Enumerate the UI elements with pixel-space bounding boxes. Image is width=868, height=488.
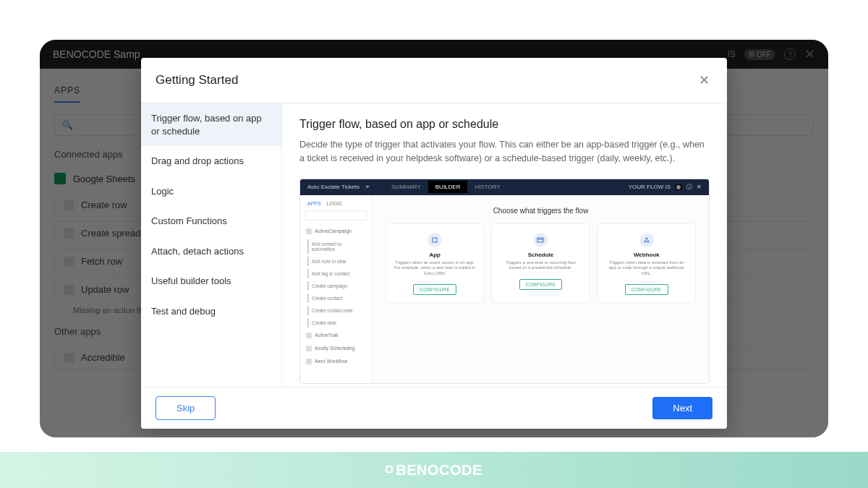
trigger-card-schedule: Schedule Triggers a one-time or recurrin…	[491, 223, 590, 303]
app-icon	[306, 346, 312, 351]
trigger-card-webhook: Webhook Triggers when data is received f…	[597, 223, 696, 303]
nav-item-trigger[interactable]: Trigger flow, based on app or schedule	[141, 103, 281, 146]
benocode-logo: BENOCODE	[386, 462, 482, 479]
configure-button[interactable]: CONFIGURE	[413, 284, 456, 295]
app-trigger-icon	[427, 233, 442, 247]
preview-action[interactable]: Add note to deal	[307, 257, 367, 266]
builder-preview: Auto Esclate Tickets SUMMARY BUILDER HIS…	[299, 179, 710, 384]
nav-item-attach[interactable]: Attach, detach actions	[141, 236, 281, 267]
svg-rect-1	[537, 238, 543, 242]
configure-button[interactable]: CONFIGURE	[625, 284, 668, 295]
schedule-trigger-icon	[533, 233, 548, 247]
nav-item-custom-functions[interactable]: Custom Functions	[141, 206, 281, 236]
nav-item-builder-tools[interactable]: Useful builder tools	[141, 266, 281, 296]
app-icon	[306, 333, 312, 338]
modal-content: Trigger flow, based on app or schedule D…	[282, 103, 727, 387]
nav-item-test-debug[interactable]: Test and debug	[141, 296, 281, 327]
nav-item-logic[interactable]: Logic	[141, 176, 281, 207]
modal-nav: Trigger flow, based on app or schedule D…	[141, 103, 282, 387]
trigger-card-app: App Triggers when an event occurs in an …	[386, 223, 484, 303]
preview-sidebar: APPS LOGIC ActiveCampaign Add contact to…	[300, 195, 373, 383]
step-description: Decide the type of trigger that activate…	[299, 138, 710, 166]
preview-app-item[interactable]: ActiveTrail	[305, 330, 367, 341]
preview-tab-builder[interactable]: BUILDER	[428, 181, 468, 193]
configure-button[interactable]: CONFIGURE	[519, 279, 563, 290]
preview-action[interactable]: Add contact to automation	[307, 239, 367, 254]
preview-action[interactable]: Create contact note	[307, 306, 367, 315]
preview-search-input[interactable]	[305, 210, 367, 221]
svg-rect-0	[433, 238, 437, 242]
modal-close-icon[interactable]: ✕	[696, 69, 712, 91]
preview-topbar: Auto Esclate Tickets SUMMARY BUILDER HIS…	[300, 179, 709, 195]
preview-flow-name[interactable]: Auto Esclate Tickets	[307, 184, 370, 190]
preview-app-item[interactable]: ActiveCampaign	[305, 226, 367, 236]
preview-action[interactable]: Create deal	[307, 318, 367, 328]
canvas-heading: Choose what triggers the flow	[386, 207, 696, 215]
preview-app-item[interactable]: Acuity Scheduling	[305, 343, 367, 354]
nav-item-drag[interactable]: Drag and drop actions	[141, 146, 281, 176]
modal-header: Getting Started ✕	[141, 58, 727, 103]
preview-tab-history[interactable]: HISTORY	[467, 181, 507, 193]
svg-point-4	[647, 240, 649, 241]
preview-help-icon[interactable]: ⓘ	[686, 183, 692, 191]
preview-action[interactable]: Add tag to contact	[307, 269, 367, 278]
preview-tab-summary[interactable]: SUMMARY	[384, 181, 428, 193]
svg-point-3	[644, 240, 646, 241]
page-footer: BENOCODE	[0, 452, 868, 488]
preview-action[interactable]: Create contact	[307, 294, 367, 303]
app-icon	[306, 228, 312, 234]
next-button[interactable]: Next	[652, 397, 712, 419]
svg-point-5	[646, 237, 647, 239]
preview-close-icon[interactable]: ✕	[697, 184, 702, 190]
webhook-trigger-icon	[639, 233, 654, 247]
modal-footer: Skip Next	[141, 387, 727, 429]
preview-app-item[interactable]: Aero Workflow	[305, 356, 367, 367]
modal-title: Getting Started	[156, 73, 238, 87]
step-title: Trigger flow, based on app or schedule	[299, 118, 710, 131]
preview-sidebar-tab-apps[interactable]: APPS	[307, 201, 321, 206]
preview-flow-is-label: YOUR FLOW IS	[629, 184, 671, 190]
skip-button[interactable]: Skip	[156, 396, 216, 420]
getting-started-modal: Getting Started ✕ Trigger flow, based on…	[141, 58, 727, 429]
app-icon	[306, 359, 312, 364]
screenshot-frame: BENOCODE Samp IS OFF ? ✕ APPS 🔍 Connecte…	[40, 40, 828, 437]
preview-canvas: Choose what triggers the flow App Trigge…	[373, 195, 709, 383]
logo-icon	[386, 466, 393, 473]
preview-sidebar-tab-logic[interactable]: LOGIC	[327, 201, 343, 206]
preview-action[interactable]: Create campaign	[307, 281, 367, 291]
preview-flow-toggle[interactable]	[675, 184, 682, 190]
